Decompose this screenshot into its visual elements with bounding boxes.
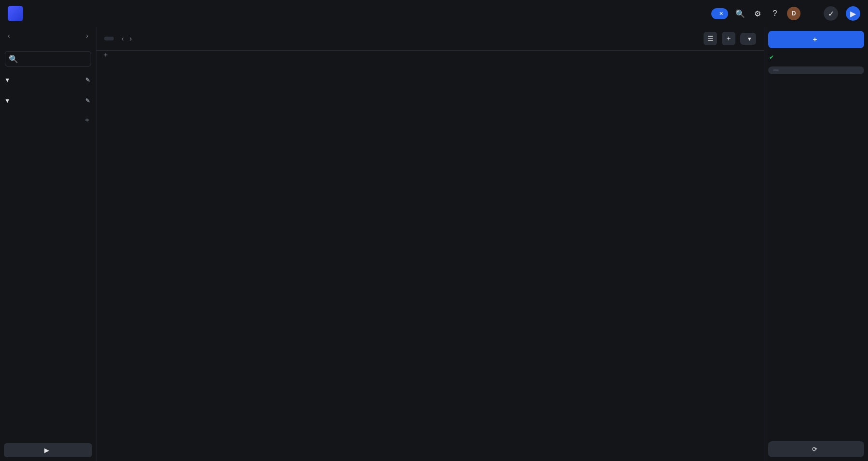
frequently-met-header[interactable]: ▾ ✎ [4, 94, 92, 107]
edit-icon[interactable]: ✎ [85, 77, 90, 83]
chevron-down-icon: ▾ [748, 35, 751, 42]
today-chip[interactable] [768, 66, 864, 74]
search-icon: 🔍 [9, 54, 18, 63]
today-pill [773, 69, 779, 71]
search-input[interactable] [21, 55, 102, 63]
avatar[interactable]: D [787, 7, 800, 20]
play-icon: ▶ [44, 447, 49, 454]
search-icon[interactable]: 🔍 [736, 9, 745, 18]
prev-week-icon[interactable]: ‹ [120, 34, 126, 43]
my-calendars-header[interactable]: ▾ ✎ [4, 73, 92, 86]
chevron-down-icon: ▾ [6, 76, 9, 83]
refresh-icon: ⟳ [812, 446, 817, 453]
play-button[interactable]: ▶ [846, 6, 860, 21]
chevron-down-icon: ▾ [6, 97, 9, 104]
add-account-icon[interactable]: ＋ [84, 116, 90, 124]
add-task-button[interactable]: ＋ [768, 31, 864, 48]
prev-month-icon[interactable]: ‹ [6, 31, 12, 40]
refresh-tasks-button[interactable]: ⟳ [768, 441, 864, 457]
filter-icon[interactable]: ☰ [704, 32, 717, 45]
add-icon[interactable]: ＋ [722, 32, 735, 45]
view-selector[interactable]: ▾ [740, 33, 756, 45]
check-circle-icon: ✔ [769, 54, 774, 61]
schedule-status: ✔ [768, 52, 864, 63]
today-button[interactable] [104, 37, 114, 40]
app-logo[interactable] [8, 6, 23, 21]
next-month-icon[interactable]: › [84, 31, 90, 40]
gear-icon[interactable]: ⚙ [753, 9, 762, 18]
close-icon[interactable]: ✕ [719, 11, 723, 17]
next-week-icon[interactable]: › [128, 34, 134, 43]
check-button[interactable]: ✓ [824, 6, 838, 21]
help-icon[interactable]: ? [771, 9, 779, 18]
promo-banner[interactable]: ✕ [711, 8, 728, 19]
search-teammates[interactable]: 🔍 [5, 51, 91, 66]
edit-icon[interactable]: ✎ [85, 97, 90, 104]
plus-icon: ＋ [812, 35, 818, 44]
tutorial-button[interactable]: ▶ [4, 443, 92, 457]
